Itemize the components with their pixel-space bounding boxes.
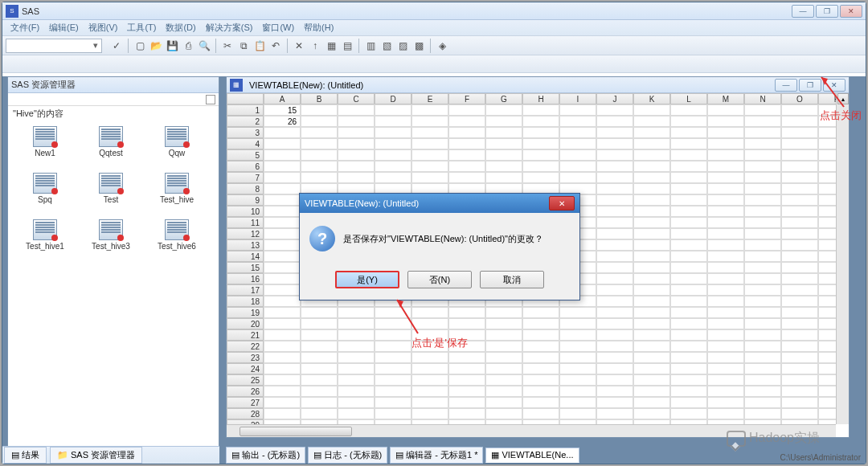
menu-tools[interactable]: 工具(T) — [122, 20, 161, 35]
cell[interactable] — [301, 307, 338, 318]
cell[interactable] — [707, 374, 744, 386]
cell[interactable] — [596, 161, 633, 172]
cell[interactable] — [301, 161, 338, 172]
vertical-scrollbar[interactable]: ▲ — [836, 93, 849, 424]
row-header[interactable]: 3 — [227, 127, 264, 138]
cell[interactable] — [707, 228, 744, 239]
cell[interactable] — [633, 239, 670, 251]
cell[interactable] — [411, 127, 448, 138]
cell[interactable] — [744, 307, 781, 318]
restore-button[interactable]: ❐ — [816, 5, 838, 18]
cell[interactable] — [264, 329, 301, 341]
cell[interactable] — [375, 172, 411, 183]
cell[interactable] — [301, 397, 338, 408]
cell[interactable] — [670, 228, 707, 239]
cell[interactable] — [375, 363, 411, 374]
menu-file[interactable]: 文件(F) — [6, 20, 44, 35]
cell[interactable] — [375, 352, 411, 363]
cell[interactable] — [264, 352, 301, 363]
row-header[interactable]: 9 — [227, 194, 264, 206]
form-icon[interactable]: ▤ — [340, 39, 354, 53]
cell[interactable] — [781, 284, 818, 296]
row-header[interactable]: 20 — [227, 318, 264, 329]
cell[interactable] — [707, 318, 744, 329]
cell[interactable] — [264, 341, 301, 352]
cell[interactable] — [670, 217, 707, 228]
cell[interactable] — [707, 183, 744, 194]
file-item[interactable]: Test_hive3 — [79, 219, 143, 264]
column-header[interactable]: H — [522, 93, 559, 104]
cell[interactable] — [596, 408, 633, 419]
cell[interactable] — [596, 374, 633, 386]
cell[interactable] — [375, 307, 411, 318]
cell[interactable] — [522, 352, 559, 363]
cell[interactable] — [633, 127, 670, 138]
cell[interactable] — [633, 284, 670, 296]
cell[interactable] — [781, 386, 818, 397]
cell[interactable] — [670, 341, 707, 352]
cell[interactable] — [781, 251, 818, 262]
cell[interactable] — [301, 104, 338, 116]
cell[interactable] — [522, 172, 559, 183]
cell[interactable] — [670, 239, 707, 251]
cell[interactable] — [559, 149, 596, 161]
row-header[interactable]: 19 — [227, 307, 264, 318]
cell[interactable] — [411, 138, 448, 149]
cell[interactable] — [596, 228, 633, 239]
row-header[interactable]: 25 — [227, 374, 264, 386]
cell[interactable] — [448, 172, 485, 183]
tab-log[interactable]: ▤日志 - (无标题) — [308, 447, 387, 464]
cell[interactable] — [448, 408, 485, 419]
cell[interactable] — [633, 251, 670, 262]
cell[interactable] — [781, 138, 818, 149]
close-button[interactable]: ✕ — [840, 5, 862, 18]
column-header[interactable]: M — [707, 93, 744, 104]
cell[interactable] — [744, 408, 781, 419]
row-header[interactable]: 24 — [227, 363, 264, 374]
cell[interactable] — [522, 408, 559, 419]
row-header[interactable]: 10 — [227, 206, 264, 217]
row-header[interactable]: 14 — [227, 251, 264, 262]
column-header[interactable]: O — [781, 93, 818, 104]
tab-explorer[interactable]: 📁SAS 资源管理器 — [50, 447, 142, 464]
cell[interactable] — [596, 329, 633, 341]
cell[interactable] — [485, 127, 522, 138]
cell[interactable] — [338, 341, 375, 352]
new-icon[interactable]: ▢ — [133, 39, 147, 53]
cell[interactable] — [375, 161, 411, 172]
cell[interactable] — [781, 408, 818, 419]
cell[interactable] — [485, 386, 522, 397]
cell[interactable] — [264, 262, 301, 273]
cell[interactable] — [596, 194, 633, 206]
cell[interactable] — [559, 397, 596, 408]
cell[interactable] — [633, 149, 670, 161]
cell[interactable] — [707, 149, 744, 161]
cell[interactable] — [707, 172, 744, 183]
cell[interactable] — [338, 329, 375, 341]
cell[interactable] — [338, 307, 375, 318]
cell[interactable] — [448, 363, 485, 374]
cell[interactable] — [596, 116, 633, 127]
row-header[interactable]: 4 — [227, 138, 264, 149]
cell[interactable] — [559, 329, 596, 341]
cell[interactable] — [264, 307, 301, 318]
cell[interactable] — [485, 408, 522, 419]
column-header[interactable]: A — [264, 93, 301, 104]
table-icon[interactable]: ▦ — [324, 39, 338, 53]
cell[interactable] — [781, 116, 818, 127]
cell[interactable] — [375, 341, 411, 352]
row-header[interactable]: 21 — [227, 329, 264, 341]
cell[interactable] — [522, 341, 559, 352]
cell[interactable] — [744, 341, 781, 352]
cell[interactable] — [744, 329, 781, 341]
cell[interactable] — [264, 149, 301, 161]
cell[interactable] — [375, 149, 411, 161]
column-header[interactable]: G — [485, 93, 522, 104]
cell[interactable] — [670, 296, 707, 307]
cell[interactable] — [485, 318, 522, 329]
cell[interactable] — [670, 397, 707, 408]
cell[interactable] — [670, 149, 707, 161]
cell[interactable] — [264, 363, 301, 374]
cell[interactable] — [522, 104, 559, 116]
cell[interactable] — [485, 363, 522, 374]
